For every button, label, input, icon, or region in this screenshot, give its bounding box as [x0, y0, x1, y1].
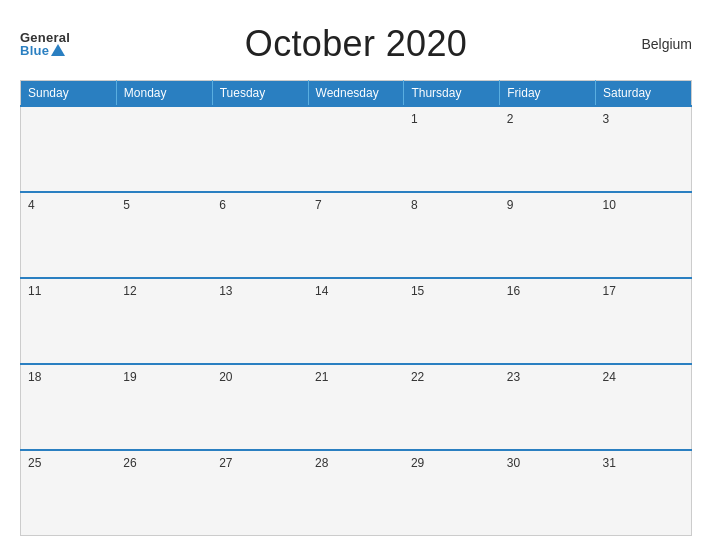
calendar-cell: 12 — [116, 278, 212, 364]
calendar-cell: 14 — [308, 278, 404, 364]
calendar-cell: 21 — [308, 364, 404, 450]
day-number: 17 — [603, 284, 616, 298]
calendar-header: Sunday Monday Tuesday Wednesday Thursday… — [21, 81, 692, 107]
day-number: 2 — [507, 112, 514, 126]
calendar-cell: 13 — [212, 278, 308, 364]
day-number: 11 — [28, 284, 41, 298]
calendar-cell: 31 — [596, 450, 692, 536]
calendar-cell: 16 — [500, 278, 596, 364]
calendar-cell: 19 — [116, 364, 212, 450]
calendar-cell: 9 — [500, 192, 596, 278]
logo-blue-row: Blue — [20, 44, 65, 57]
calendar-cell — [21, 106, 117, 192]
calendar-cell: 29 — [404, 450, 500, 536]
day-number: 9 — [507, 198, 514, 212]
week-row-3: 11121314151617 — [21, 278, 692, 364]
logo-blue-text: Blue — [20, 44, 49, 57]
logo-triangle-icon — [51, 44, 65, 56]
day-number: 31 — [603, 456, 616, 470]
day-number: 14 — [315, 284, 328, 298]
calendar-body: 1234567891011121314151617181920212223242… — [21, 106, 692, 536]
calendar-cell: 2 — [500, 106, 596, 192]
calendar-cell — [308, 106, 404, 192]
day-number: 22 — [411, 370, 424, 384]
day-number: 20 — [219, 370, 232, 384]
col-monday: Monday — [116, 81, 212, 107]
day-number: 16 — [507, 284, 520, 298]
week-row-4: 18192021222324 — [21, 364, 692, 450]
calendar-cell: 28 — [308, 450, 404, 536]
header: General Blue October 2020 Belgium — [20, 18, 692, 70]
calendar-cell: 15 — [404, 278, 500, 364]
day-number: 4 — [28, 198, 35, 212]
calendar-title: October 2020 — [245, 23, 467, 65]
calendar-cell: 24 — [596, 364, 692, 450]
calendar-page: General Blue October 2020 Belgium Sunday… — [0, 0, 712, 550]
calendar-table: Sunday Monday Tuesday Wednesday Thursday… — [20, 80, 692, 536]
calendar-cell: 10 — [596, 192, 692, 278]
day-number: 26 — [123, 456, 136, 470]
calendar-cell — [116, 106, 212, 192]
calendar-cell: 8 — [404, 192, 500, 278]
col-sunday: Sunday — [21, 81, 117, 107]
calendar-cell: 5 — [116, 192, 212, 278]
calendar-cell: 26 — [116, 450, 212, 536]
day-number: 19 — [123, 370, 136, 384]
country-label: Belgium — [641, 36, 692, 52]
calendar-cell: 7 — [308, 192, 404, 278]
calendar-cell: 11 — [21, 278, 117, 364]
col-thursday: Thursday — [404, 81, 500, 107]
day-number: 18 — [28, 370, 41, 384]
calendar-cell: 27 — [212, 450, 308, 536]
calendar-cell: 18 — [21, 364, 117, 450]
day-number: 8 — [411, 198, 418, 212]
week-row-1: 123 — [21, 106, 692, 192]
calendar-cell: 6 — [212, 192, 308, 278]
day-number: 25 — [28, 456, 41, 470]
day-number: 13 — [219, 284, 232, 298]
week-row-5: 25262728293031 — [21, 450, 692, 536]
days-of-week-row: Sunday Monday Tuesday Wednesday Thursday… — [21, 81, 692, 107]
calendar-cell: 23 — [500, 364, 596, 450]
calendar-cell: 1 — [404, 106, 500, 192]
day-number: 24 — [603, 370, 616, 384]
day-number: 21 — [315, 370, 328, 384]
day-number: 27 — [219, 456, 232, 470]
day-number: 5 — [123, 198, 130, 212]
col-tuesday: Tuesday — [212, 81, 308, 107]
day-number: 10 — [603, 198, 616, 212]
day-number: 29 — [411, 456, 424, 470]
calendar-cell: 4 — [21, 192, 117, 278]
col-saturday: Saturday — [596, 81, 692, 107]
calendar-cell: 25 — [21, 450, 117, 536]
logo: General Blue — [20, 31, 70, 57]
day-number: 15 — [411, 284, 424, 298]
calendar-cell: 3 — [596, 106, 692, 192]
day-number: 23 — [507, 370, 520, 384]
day-number: 28 — [315, 456, 328, 470]
day-number: 3 — [603, 112, 610, 126]
col-wednesday: Wednesday — [308, 81, 404, 107]
col-friday: Friday — [500, 81, 596, 107]
calendar-cell: 20 — [212, 364, 308, 450]
day-number: 6 — [219, 198, 226, 212]
calendar-cell: 22 — [404, 364, 500, 450]
day-number: 7 — [315, 198, 322, 212]
day-number: 30 — [507, 456, 520, 470]
calendar-cell: 30 — [500, 450, 596, 536]
week-row-2: 45678910 — [21, 192, 692, 278]
calendar-cell: 17 — [596, 278, 692, 364]
day-number: 12 — [123, 284, 136, 298]
day-number: 1 — [411, 112, 418, 126]
calendar-cell — [212, 106, 308, 192]
